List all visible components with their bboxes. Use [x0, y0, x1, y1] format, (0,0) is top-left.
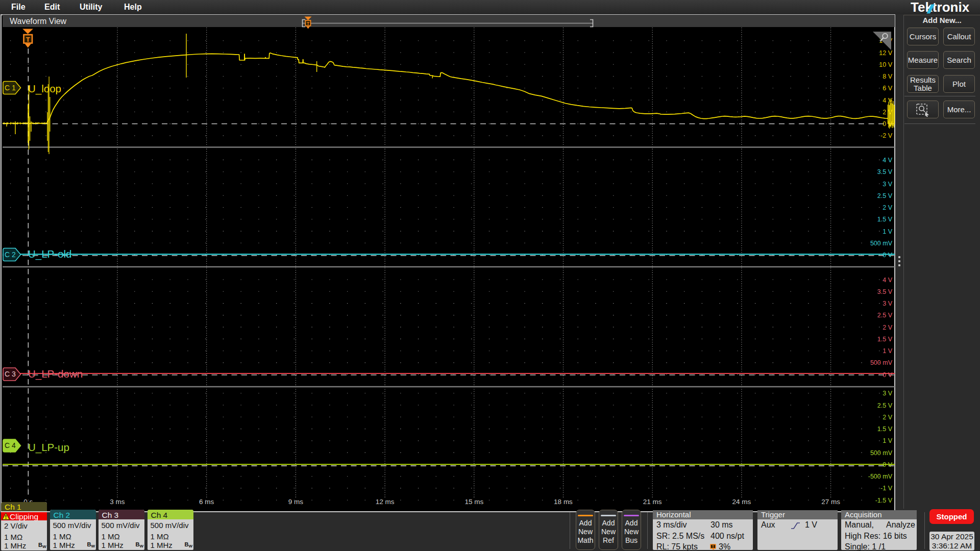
svg-text:3 V: 3 V [883, 300, 892, 307]
svg-text:6 V: 6 V [883, 85, 892, 92]
svg-text:18 ms: 18 ms [554, 498, 573, 506]
svg-text:27 ms: 27 ms [821, 498, 840, 506]
svg-text:3 V: 3 V [883, 390, 892, 397]
svg-text:C 1: C 1 [5, 84, 16, 92]
svg-text:U_LP-up: U_LP-up [28, 441, 69, 454]
svg-text:4 V: 4 V [883, 97, 892, 104]
svg-text:3 V: 3 V [883, 181, 892, 188]
svg-text:3.5 V: 3.5 V [877, 168, 893, 176]
svg-text:0 V: 0 V [883, 461, 892, 468]
svg-text:12 ms: 12 ms [376, 498, 395, 506]
svg-text:U_loop: U_loop [28, 83, 61, 95]
svg-text:2.5 V: 2.5 V [877, 192, 893, 199]
svg-text:C 3: C 3 [5, 370, 16, 378]
svg-text:500 mV: 500 mV [870, 240, 893, 247]
svg-text:1 V: 1 V [883, 347, 892, 355]
svg-text:4 V: 4 V [883, 277, 892, 284]
svg-text:-500 mV: -500 mV [868, 473, 893, 480]
svg-text:C 2: C 2 [5, 251, 16, 259]
svg-text:2 V: 2 V [883, 324, 892, 331]
svg-text:3.5 V: 3.5 V [877, 288, 893, 295]
svg-text:21 ms: 21 ms [643, 498, 662, 506]
svg-text:-1 V: -1 V [880, 485, 893, 492]
svg-text:U_LP-old: U_LP-old [28, 248, 71, 260]
svg-text:T: T [712, 545, 715, 548]
svg-text:12 V: 12 V [879, 49, 892, 57]
svg-text:1.5 V: 1.5 V [877, 216, 893, 223]
svg-text:500 mV: 500 mV [870, 449, 893, 457]
svg-text:4 V: 4 V [883, 157, 892, 164]
svg-text:1.5 V: 1.5 V [877, 425, 893, 433]
svg-text:0 V: 0 V [883, 371, 892, 379]
svg-text:9 ms: 9 ms [288, 498, 304, 506]
svg-text:6 ms: 6 ms [199, 498, 214, 506]
svg-text:Tektronix: Tektronix [911, 0, 970, 14]
svg-text:8 V: 8 V [883, 73, 892, 80]
svg-text:15 ms: 15 ms [464, 498, 483, 506]
svg-text:T: T [26, 36, 30, 43]
svg-text:U_LP-down: U_LP-down [28, 368, 83, 380]
svg-text:0 V: 0 V [883, 252, 892, 259]
svg-text:10 V: 10 V [879, 61, 892, 68]
svg-text:3 ms: 3 ms [110, 498, 125, 506]
svg-text:C 4: C 4 [5, 441, 16, 449]
svg-text:-2 V: -2 V [880, 132, 893, 139]
svg-text:2 V: 2 V [883, 414, 892, 421]
svg-text:1 V: 1 V [883, 228, 892, 235]
svg-text:2.5 V: 2.5 V [877, 312, 893, 319]
svg-text:500 mV: 500 mV [870, 359, 893, 366]
svg-text:1 V: 1 V [883, 437, 892, 444]
svg-text:2.5 V: 2.5 V [877, 402, 893, 409]
svg-text:T: T [307, 21, 310, 26]
svg-text:2 V: 2 V [883, 204, 892, 211]
svg-text:1.5 V: 1.5 V [877, 336, 893, 343]
svg-text:24 ms: 24 ms [732, 498, 751, 506]
svg-text:-1.5 V: -1.5 V [875, 497, 893, 504]
